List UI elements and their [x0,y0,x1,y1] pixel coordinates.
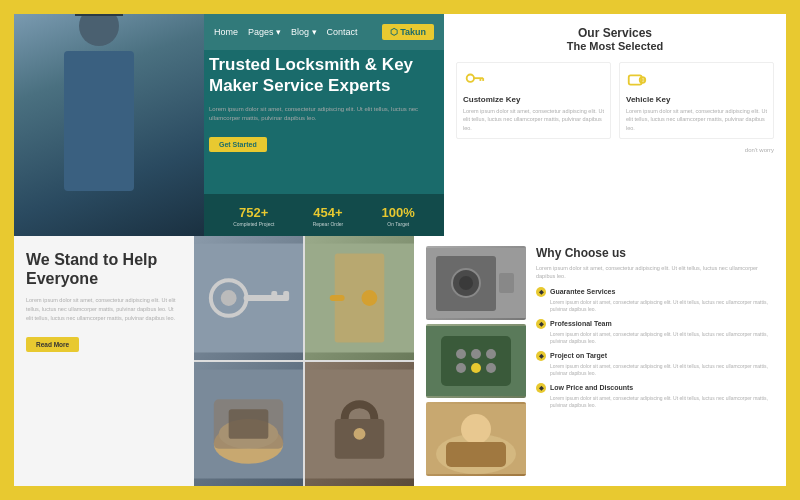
person-head [79,14,119,46]
hero-nav: Home Pages ▾ Blog ▾ Contact ⬡ Takun [204,14,444,50]
person-silhouette [34,14,164,236]
stand-title: We Stand to Help Everyone [26,250,182,288]
guarantee-dot-icon: ◆ [536,287,546,297]
svg-point-28 [459,276,473,290]
why-feature-professional-title: ◆ Professional Team [536,319,774,329]
stat-repair-value: 454+ [313,205,342,220]
service-card-2-text: Lorem ipsum dolor sit amet, consectetur … [626,107,767,132]
main-container: Home Pages ▾ Blog ▾ Contact ⬡ Takun Trus… [14,14,786,486]
svg-rect-31 [441,336,511,386]
nav-pages[interactable]: Pages ▾ [248,27,281,37]
nav-contact[interactable]: Contact [327,27,358,37]
service-cards: Customize Key Lorem ipsum dolor sit amet… [456,62,774,139]
why-image-2 [426,324,526,398]
why-content-column: Why Choose us Lorem ipsum dolor sit amet… [536,246,774,476]
stat-target-label: On Target [382,221,415,227]
customize-key-icon [463,69,485,91]
why-feature-target-title: ◆ Project on Target [536,351,774,361]
service-card-1-text: Lorem ipsum dolor sit amet, consectetur … [463,107,604,132]
target-dot-icon: ◆ [536,351,546,361]
keypad-svg [426,324,526,398]
stat-completed-value: 752+ [239,205,268,220]
stats-bar: 752+ Completed Project 454+ Repear Order… [204,194,444,236]
keys-svg [194,236,303,360]
services-title: Our Services [456,26,774,40]
svg-point-9 [221,290,237,306]
why-feature-guarantee: ◆ Guarantee Services Lorem ipsum dolor s… [536,287,774,314]
hands-svg [194,362,303,486]
nav-blog[interactable]: Blog ▾ [291,27,317,37]
hero-content: Trusted Locksmith & Key Maker Service Ex… [209,54,434,152]
stand-panel: We Stand to Help Everyone Lorem ipsum do… [14,236,194,486]
why-title: Why Choose us [536,246,774,260]
bottom-section: We Stand to Help Everyone Lorem ipsum do… [14,236,786,486]
why-feature-target: ◆ Project on Target Lorem ipsum dolor si… [536,351,774,378]
services-subtitle: The Most Selected [456,40,774,52]
vehicle-key-icon [626,69,648,91]
service-card-2-title: Vehicle Key [626,95,767,104]
nav-home[interactable]: Home [214,27,238,37]
stat-repair-label: Repear Order [313,221,344,227]
why-image-3 [426,402,526,476]
svg-point-35 [456,363,466,373]
svg-point-32 [456,349,466,359]
hero-title: Trusted Locksmith & Key Maker Service Ex… [209,54,434,97]
person-working-svg [426,402,526,476]
svg-rect-29 [499,273,514,293]
svg-rect-21 [229,409,269,439]
hero-description: Lorem ipsum dolor sit amet, consectetur … [209,105,434,123]
locksmith-image-2 [305,236,414,360]
lock-svg [305,362,414,486]
hero-panel: Home Pages ▾ Blog ▾ Contact ⬡ Takun Trus… [14,14,444,236]
services-panel: Our Services The Most Selected Customize… [444,14,786,236]
why-feature-guarantee-text: Lorem ipsum dolor sit amet, consectetur … [536,299,774,314]
why-intro: Lorem ipsum dolor sit amet, consectetur … [536,264,774,281]
svg-point-34 [486,349,496,359]
why-choose-us-panel: Why Choose us Lorem ipsum dolor sit amet… [414,236,786,486]
svg-point-37 [486,363,496,373]
svg-rect-10 [244,295,289,301]
door-handle-svg [305,236,414,360]
svg-point-40 [461,414,491,444]
nav-logo: ⬡ Takun [382,24,434,40]
service-card-customize-key: Customize Key Lorem ipsum dolor sit amet… [456,62,611,139]
hero-person-image [14,14,204,236]
locksmith-images-panel [194,236,414,486]
why-feature-guarantee-title: ◆ Guarantee Services [536,287,774,297]
stat-repair: 454+ Repear Order [313,203,344,227]
service-card-vehicle-key: Vehicle Key Lorem ipsum dolor sit amet, … [619,62,774,139]
why-feature-price-text: Lorem ipsum dolor sit amet, consectetur … [536,395,774,410]
svg-rect-41 [446,442,506,467]
price-dot-icon: ◆ [536,383,546,393]
why-image-1 [426,246,526,320]
stand-text: Lorem ipsum dolor sit amet, consectetur … [26,296,182,322]
top-section: Home Pages ▾ Blog ▾ Contact ⬡ Takun Trus… [14,14,786,236]
why-feature-professional: ◆ Professional Team Lorem ipsum dolor si… [536,319,774,346]
service-card-1-title: Customize Key [463,95,604,104]
safe-svg [426,246,526,320]
services-note: don't worry [456,147,774,153]
locksmith-image-3 [194,362,303,486]
stand-read-more-button[interactable]: Read More [26,337,79,352]
stat-target: 100% On Target [382,203,415,227]
person-body [64,51,134,191]
svg-point-33 [471,349,481,359]
svg-point-15 [361,290,377,306]
locksmith-image-4 [305,362,414,486]
stat-completed-label: Completed Project [233,221,274,227]
outer-frame: Home Pages ▾ Blog ▾ Contact ⬡ Takun Trus… [0,0,800,500]
svg-point-24 [354,428,366,440]
hero-cta-button[interactable]: Get Started [209,137,267,152]
svg-point-0 [467,75,474,82]
stat-completed: 752+ Completed Project [233,203,274,227]
svg-point-36 [471,363,481,373]
hero-image [14,14,204,236]
why-feature-price-title: ◆ Low Price and Discounts [536,383,774,393]
professional-dot-icon: ◆ [536,319,546,329]
locksmith-image-1 [194,236,303,360]
why-feature-price: ◆ Low Price and Discounts Lorem ipsum do… [536,383,774,410]
services-header: Our Services The Most Selected [456,26,774,52]
stat-target-value: 100% [382,205,415,220]
svg-rect-11 [271,291,277,301]
svg-rect-12 [283,291,289,301]
